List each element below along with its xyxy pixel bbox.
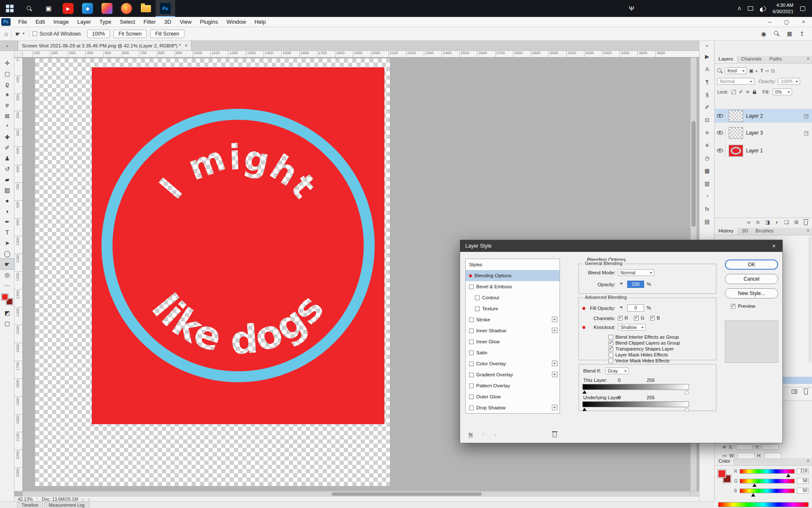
swatches-panel-icon[interactable]: ▦ xyxy=(700,164,715,177)
style-checkbox[interactable] xyxy=(469,329,474,333)
filter-shape-icon[interactable]: ▱ xyxy=(765,68,769,74)
hand-tool-icon[interactable]: ☛ xyxy=(15,30,21,37)
r-value-field[interactable]: 218 xyxy=(797,468,809,474)
blend-interior-check[interactable]: Blend Interior Effects as Group xyxy=(609,334,679,340)
add-effect-button[interactable]: + xyxy=(552,328,557,333)
history-scrollbar[interactable] xyxy=(809,236,812,363)
style-checkbox[interactable] xyxy=(469,340,474,344)
layer-effects-icon[interactable]: fx xyxy=(756,220,760,225)
menu-edit[interactable]: Edit xyxy=(31,17,49,27)
minimize-button[interactable]: – xyxy=(761,17,778,27)
filter-type-icon[interactable]: T xyxy=(760,68,763,73)
g-slider[interactable] xyxy=(740,479,795,483)
fill-dropdown[interactable]: 0% xyxy=(773,88,792,95)
checkbox[interactable] xyxy=(609,347,613,351)
collapse-tools-chevron[interactable]: » xyxy=(0,41,14,50)
style-checkbox[interactable] xyxy=(469,284,474,289)
tab-measurement-log[interactable]: Measurement Log xyxy=(44,502,89,508)
timeline-panel-icon[interactable]: ◷ xyxy=(700,152,715,164)
menu-view[interactable]: View xyxy=(176,17,196,27)
clock[interactable]: 4:30 AM 6/30/2021 xyxy=(773,2,793,15)
checkbox[interactable] xyxy=(609,353,613,357)
search-icon[interactable] xyxy=(774,31,779,36)
style-item-drop-shadow[interactable]: Drop Shadow+ xyxy=(466,402,560,413)
style-item-blending-options[interactable]: Blending Options xyxy=(466,270,560,281)
zoom-tool[interactable]: ◎ xyxy=(0,269,14,280)
lock-transparency-icon[interactable] xyxy=(731,90,736,94)
brush-tool[interactable]: ✐ xyxy=(0,142,14,153)
lock-all-icon[interactable] xyxy=(753,91,756,94)
layer-thumbnail[interactable] xyxy=(729,127,743,139)
task-view-button[interactable]: ▣ xyxy=(39,0,58,17)
app-movies-tv[interactable]: ◆ xyxy=(78,0,97,17)
dialog-titlebar[interactable]: Layer Style × xyxy=(460,240,782,252)
layer-row-layer1[interactable]: Layer 1 xyxy=(715,144,812,157)
preview-checkbox[interactable] xyxy=(731,304,735,309)
lock-pixels-icon[interactable]: ✐ xyxy=(739,89,743,95)
menu-window[interactable]: Window xyxy=(222,17,250,27)
blend-if-dropdown[interactable]: Gray xyxy=(605,367,629,374)
style-item-bevel-emboss[interactable]: Bevel & Emboss xyxy=(466,281,560,292)
libraries-panel-icon[interactable]: ▥ xyxy=(700,177,715,190)
layer-row-layer3[interactable]: Layer 3 ◳ xyxy=(715,126,812,140)
channel-r[interactable]: R xyxy=(618,315,628,320)
notifications-icon[interactable] xyxy=(800,6,805,11)
checkbox[interactable] xyxy=(609,359,613,363)
underlying-gradient[interactable] xyxy=(582,401,689,407)
home-icon[interactable]: ⌂ xyxy=(4,30,8,37)
volume-icon[interactable] xyxy=(760,6,766,11)
channel-r-checkbox[interactable] xyxy=(618,316,623,320)
panel-menu-icon[interactable]: ≡ xyxy=(804,56,812,63)
b-slider-handle[interactable] xyxy=(751,493,755,497)
eyedropper-tool[interactable]: ❛ xyxy=(0,121,14,132)
tab-layers[interactable]: Layers xyxy=(715,56,738,63)
layer-name[interactable]: Layer 1 xyxy=(746,148,763,154)
quick-mask-button[interactable]: ◩ xyxy=(0,307,14,318)
workspace-switcher-icon[interactable]: ▦ xyxy=(787,30,792,37)
glyphs-panel-icon[interactable]: § xyxy=(700,88,715,101)
tool-preset-chevron-icon[interactable]: ▼ xyxy=(22,32,25,36)
effects-panel-icon[interactable]: fx xyxy=(700,202,715,215)
styles-panel-icon[interactable]: ✳ xyxy=(700,139,715,152)
menu-plugins[interactable]: Plugins xyxy=(196,17,222,27)
start-button[interactable] xyxy=(0,0,19,17)
color-swatches[interactable] xyxy=(2,294,13,305)
style-checkbox[interactable] xyxy=(469,362,474,366)
fit-screen-button[interactable]: Fit Screen xyxy=(113,30,147,38)
layer-thumbnail[interactable] xyxy=(729,145,743,157)
share-icon[interactable]: ↥ xyxy=(800,30,804,37)
app-photos[interactable] xyxy=(97,0,117,17)
history-panel-icon[interactable]: ◔ xyxy=(700,190,715,202)
fill-opacity-input[interactable]: 0 xyxy=(627,304,644,312)
close-button[interactable]: × xyxy=(795,17,812,27)
screen-mode-button[interactable]: ▢ xyxy=(0,318,14,329)
preview-option[interactable]: Preview xyxy=(731,304,755,309)
filter-smart-object-icon[interactable]: ⊡ xyxy=(771,68,775,74)
crop-tool[interactable]: # xyxy=(0,100,14,110)
layer-mask-hides-check[interactable]: Layer Mask Hides Effects xyxy=(609,352,668,357)
info-panel-icon[interactable]: ▤ xyxy=(700,215,715,228)
blend-clipped-check[interactable]: Blend Clipped Layers as Group xyxy=(609,340,680,345)
blend-mode-dropdown[interactable]: Normal xyxy=(717,78,754,85)
layer-name[interactable]: Layer 3 xyxy=(746,130,763,136)
style-item-gradient-overlay[interactable]: Gradient Overlay+ xyxy=(466,369,560,380)
channel-g[interactable]: G xyxy=(634,315,645,320)
menu-3d[interactable]: 3D xyxy=(160,17,176,27)
filter-pixel-icon[interactable]: ▣ xyxy=(749,68,753,74)
tab-brushes[interactable]: Brushes xyxy=(752,228,777,235)
document-tab[interactable]: Screen Shot 2021-06-29 at 3.35.45 PM.png… xyxy=(18,41,192,50)
g-value-field[interactable]: 58 xyxy=(797,478,809,484)
g-slider-handle[interactable] xyxy=(752,483,757,487)
expand-panels-chevron[interactable]: « xyxy=(700,41,714,50)
add-effect-button[interactable]: + xyxy=(552,372,557,377)
new-snapshot-icon[interactable] xyxy=(792,389,797,394)
close-tab-icon[interactable]: × xyxy=(184,43,187,49)
menu-layer[interactable]: Layer xyxy=(73,17,96,27)
style-checkbox[interactable] xyxy=(469,406,474,410)
style-checkbox[interactable] xyxy=(475,306,480,311)
dialog-close-button[interactable]: × xyxy=(771,243,777,249)
style-item-contour[interactable]: Contour xyxy=(466,292,560,303)
app-firefox[interactable] xyxy=(117,0,136,17)
foreground-color-swatch[interactable] xyxy=(2,294,8,300)
transparency-shapes-check[interactable]: Transparency Shapes Layer xyxy=(609,346,674,351)
